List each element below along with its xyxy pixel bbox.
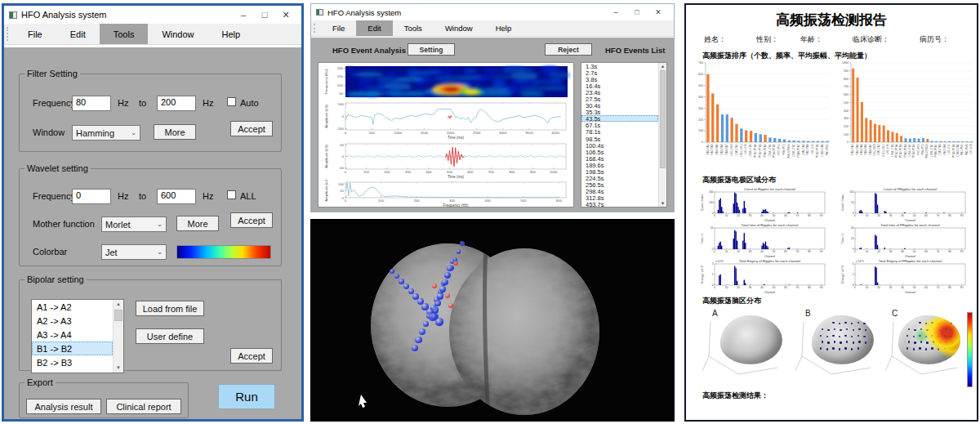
filter-freq-from-input[interactable]: 80 xyxy=(72,96,111,111)
bipolar-list-item[interactable]: A3 -> A4 xyxy=(32,328,113,341)
event-list-item[interactable]: 298.4s xyxy=(581,188,658,194)
bipolar-listbox[interactable]: A1 -> A2A2 -> A3A3 -> A4B1 -> B2B2 -> B3… xyxy=(31,299,124,373)
maximize-button[interactable]: □ xyxy=(626,8,648,16)
svg-text:500: 500 xyxy=(844,101,849,105)
event-list-item[interactable]: 23.4s xyxy=(581,89,658,96)
event-list-item[interactable]: 106.5s xyxy=(581,149,658,155)
bipolar-list-item[interactable]: B1 -> B2 xyxy=(32,341,113,355)
svg-text:100: 100 xyxy=(698,129,703,132)
event-list-item[interactable]: 256.5s xyxy=(581,181,658,188)
event-list-item[interactable]: 3.8s xyxy=(581,76,658,83)
electrode-grid-dot xyxy=(858,341,860,342)
close-button[interactable]: ✕ xyxy=(275,10,296,20)
hz-label: Hz xyxy=(118,98,128,108)
event-list-item[interactable]: 453.7s xyxy=(581,201,658,208)
svg-text:80: 80 xyxy=(808,286,811,289)
svg-text:Time (ms): Time (ms) xyxy=(448,136,465,140)
bipolar-list-item[interactable]: B2 -> B3 xyxy=(32,355,113,369)
wavelet-freq-from-input[interactable]: 0 xyxy=(72,189,111,204)
svg-text:Amplitude (uV): Amplitude (uV) xyxy=(324,105,328,128)
electrode-dot xyxy=(412,345,418,351)
scroll-up-icon[interactable]: ▲ xyxy=(114,300,123,309)
event-list-item[interactable]: 43.5s xyxy=(581,115,658,122)
minimize-button[interactable]: – xyxy=(233,10,254,20)
event-list-item[interactable]: 189.6s xyxy=(581,162,658,168)
reject-button[interactable]: Reject xyxy=(545,43,592,56)
electrode-dot xyxy=(447,266,452,271)
bipolar-list-item[interactable]: A1 -> A2 xyxy=(32,300,113,314)
bipolar-list-item[interactable]: A2 -> A3 xyxy=(32,314,113,328)
scroll-down-icon[interactable]: ▼ xyxy=(659,200,666,207)
bipolar-accept-button[interactable]: Accept xyxy=(230,348,273,364)
frequency-label: Frequency xyxy=(33,98,75,108)
filter-freq-to-input[interactable]: 200 xyxy=(157,96,196,111)
auto-checkbox[interactable] xyxy=(227,97,236,106)
events-listbox[interactable]: 1.3s2.7s3.8s16.4s23.4s27.5s30.4s35.3s43.… xyxy=(581,62,667,208)
svg-text:LH1-LH2: LH1-LH2 xyxy=(947,144,951,154)
brain-3d-viewport[interactable] xyxy=(310,219,675,422)
events-scrollbar[interactable]: ▲ ▼ xyxy=(658,63,666,207)
svg-text:0: 0 xyxy=(345,131,347,135)
colorbar-dropdown[interactable]: Jet⌄ xyxy=(101,244,167,260)
hz-label: Hz xyxy=(118,191,128,201)
event-list-item[interactable]: 98.5s xyxy=(581,136,658,142)
menu-item-file[interactable]: File xyxy=(14,24,56,44)
menu-item-window[interactable]: Window xyxy=(148,24,207,44)
menu-item-file[interactable]: File xyxy=(321,20,356,36)
clinical-report-button[interactable]: Clinical report xyxy=(106,399,181,414)
event-list-item[interactable]: 198.5s xyxy=(581,168,658,175)
svg-text:90: 90 xyxy=(820,250,823,253)
setting-button[interactable]: Setting xyxy=(408,43,455,56)
event-list-item[interactable]: 2.7s xyxy=(581,69,658,76)
load-from-file-button[interactable]: Load from file xyxy=(136,301,204,316)
electrode-dot xyxy=(394,274,399,279)
electrode-grid-dots xyxy=(812,315,874,364)
window-dropdown[interactable]: Hamming⌄ xyxy=(72,125,140,141)
menu-item-tools[interactable]: Tools xyxy=(100,24,149,44)
minimize-button[interactable]: – xyxy=(605,8,626,16)
svg-text:80: 80 xyxy=(948,286,951,289)
maximize-button[interactable]: □ xyxy=(254,10,275,20)
event-list-item[interactable]: 67.1s xyxy=(581,122,658,128)
run-button[interactable]: Run xyxy=(218,384,275,409)
menu-item-window[interactable]: Window xyxy=(434,20,484,36)
left-titlebar: HFO Analysis system – □ ✕ xyxy=(4,6,301,24)
event-list-item[interactable]: 100.4s xyxy=(581,142,658,149)
svg-text:LH7-LH8: LH7-LH8 xyxy=(969,144,973,154)
menu-item-help[interactable]: Help xyxy=(208,24,255,44)
menu-item-tools[interactable]: Tools xyxy=(393,20,434,36)
close-button[interactable]: ✕ xyxy=(648,8,669,16)
wavelet-accept-button[interactable]: Accept xyxy=(230,212,273,228)
event-list-item[interactable]: 168.4s xyxy=(581,155,658,162)
filter-accept-button[interactable]: Accept xyxy=(230,121,273,136)
event-list-item[interactable]: 312.8s xyxy=(581,194,658,201)
svg-text:0: 0 xyxy=(345,199,347,203)
scroll-down-icon[interactable]: ▼ xyxy=(114,364,123,373)
svg-text:60: 60 xyxy=(924,250,928,253)
event-list-item[interactable]: 224.5s xyxy=(581,175,658,181)
bipolar-scrollbar[interactable]: ▲ ▼ xyxy=(113,300,123,373)
wavelet-freq-to-input[interactable]: 600 xyxy=(157,189,196,204)
event-list-item[interactable]: 35.3s xyxy=(581,109,658,115)
user-define-button[interactable]: User define xyxy=(136,328,204,344)
event-list-item[interactable]: 16.4s xyxy=(581,83,658,89)
all-checkbox[interactable] xyxy=(227,190,236,199)
menu-item-edit[interactable]: Edit xyxy=(56,24,100,44)
svg-text:500: 500 xyxy=(447,170,453,174)
svg-text:90: 90 xyxy=(960,286,964,289)
svg-text:20: 20 xyxy=(737,214,740,217)
event-list-item[interactable]: 27.5s xyxy=(581,96,658,102)
menu-item-help[interactable]: Help xyxy=(484,20,523,36)
spectrum-plot: 0100200300400500600050100Frequency (Hz)A… xyxy=(321,180,571,208)
event-list-item[interactable]: 30.4s xyxy=(581,102,658,109)
scroll-thumb[interactable] xyxy=(114,310,122,321)
event-list-item[interactable]: 1.3s xyxy=(581,63,658,69)
mother-function-dropdown[interactable]: Morlet⌄ xyxy=(101,216,167,232)
scroll-thumb[interactable] xyxy=(660,70,666,168)
filter-more-button[interactable]: More xyxy=(154,124,196,140)
event-list-item[interactable]: 78.1s xyxy=(581,128,658,135)
scroll-up-icon[interactable]: ▲ xyxy=(659,63,666,69)
wavelet-more-button[interactable]: More xyxy=(176,216,219,231)
menu-item-edit[interactable]: Edit xyxy=(356,20,392,36)
analysis-result-button[interactable]: Analysis result xyxy=(26,399,101,414)
